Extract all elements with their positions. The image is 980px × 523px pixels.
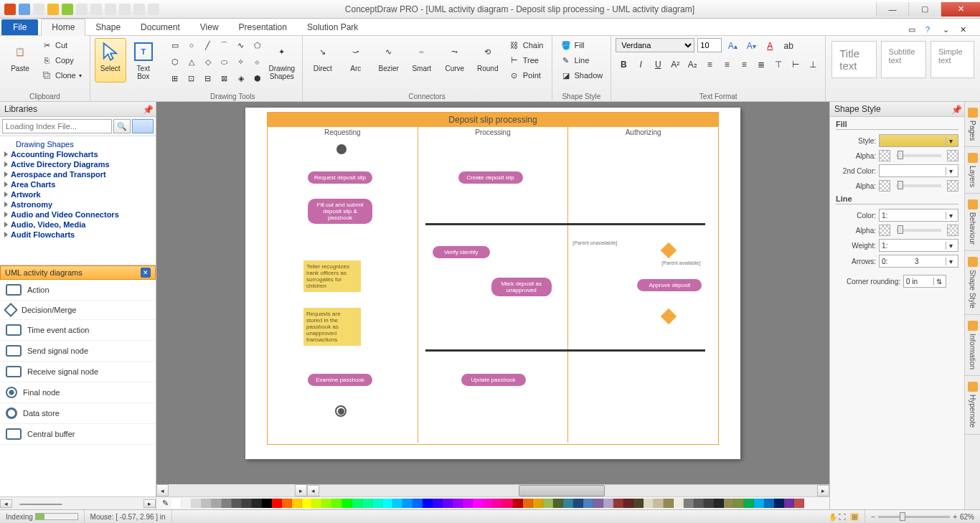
align-justify-button[interactable]: ≣ xyxy=(753,57,769,72)
color-swatch[interactable] xyxy=(392,499,402,508)
tool[interactable]: △ xyxy=(184,55,199,69)
qat-icon[interactable] xyxy=(62,4,73,15)
note-1[interactable]: Teller recognizes bank officers as surro… xyxy=(303,260,361,292)
line-color-select[interactable]: 1:▾ xyxy=(879,209,958,222)
highlight-button[interactable]: ab xyxy=(781,38,796,54)
eyedropper-icon[interactable]: ✎ xyxy=(159,499,171,508)
color-swatch[interactable] xyxy=(322,499,332,508)
tree-item[interactable]: Audio and Video Connectors xyxy=(0,209,156,220)
tab-home[interactable]: Home xyxy=(41,19,85,36)
search-button[interactable]: 🔍 xyxy=(113,119,131,133)
color-swatch[interactable] xyxy=(724,499,734,508)
color-swatch[interactable] xyxy=(382,499,392,508)
direct-connector[interactable]: ↘Direct xyxy=(307,38,339,83)
page-tab-scroll[interactable]: ◂▸ xyxy=(156,484,307,496)
align-left-button[interactable]: ≡ xyxy=(702,57,717,72)
tab-presentation[interactable]: Presentation xyxy=(229,19,297,35)
pin-icon[interactable]: 📌 xyxy=(951,105,960,113)
round-connector[interactable]: ⟲Round xyxy=(472,38,504,83)
zoom-control[interactable]: − + 62% xyxy=(865,513,980,521)
tab-solution-park[interactable]: Solution Park xyxy=(297,19,368,35)
window-icon[interactable]: ▭ xyxy=(908,25,918,35)
shrink-font-button[interactable]: A▾ xyxy=(743,38,759,54)
maximize-button[interactable]: ▢ xyxy=(908,2,941,17)
color-swatch[interactable] xyxy=(483,499,493,508)
tool[interactable]: ◇ xyxy=(201,55,215,69)
underline-button[interactable]: U xyxy=(650,57,666,72)
zoom-in-icon[interactable]: + xyxy=(953,513,957,521)
note-2[interactable]: Requests are stored in the passbook as u… xyxy=(303,308,361,346)
valign-mid-button[interactable]: ⊢ xyxy=(788,57,804,72)
fill-style-select[interactable]: ▾ xyxy=(879,134,958,147)
color-swatch[interactable] xyxy=(232,499,242,508)
act-mark[interactable]: Mark deposit as unapproved xyxy=(491,278,552,296)
cut-button[interactable]: ✂Cut xyxy=(37,38,85,52)
valign-bot-button[interactable]: ⊥ xyxy=(805,57,821,72)
color-swatch[interactable] xyxy=(262,499,272,508)
tool[interactable]: ✧ xyxy=(234,55,248,69)
color-swatch[interactable] xyxy=(644,499,654,508)
color-swatch[interactable] xyxy=(704,499,714,508)
color-swatch[interactable] xyxy=(794,499,804,508)
tree-button[interactable]: ⊢Tree xyxy=(505,53,547,67)
fill-button[interactable]: 🪣Fill xyxy=(557,38,607,52)
line-button[interactable]: ✎Line xyxy=(557,53,607,67)
color-swatch[interactable] xyxy=(694,499,704,508)
curve-connector[interactable]: ⤳Curve xyxy=(439,38,471,83)
shape-item[interactable]: Data store xyxy=(0,403,156,424)
status-icons[interactable]: ✋ ⛶ ⊞ xyxy=(823,510,866,523)
tool-line[interactable]: ╱ xyxy=(201,38,215,52)
tool-rect[interactable]: ▭ xyxy=(168,38,182,52)
act-verify[interactable]: Verify identity xyxy=(433,246,490,258)
tool[interactable]: ⟐ xyxy=(250,55,265,69)
color-swatch[interactable] xyxy=(342,499,352,508)
smart-connector[interactable]: ⎓Smart xyxy=(406,38,438,83)
side-tab[interactable]: Information xyxy=(965,315,980,376)
tree-item[interactable]: Aerospace and Transport xyxy=(0,169,156,179)
color-swatch[interactable] xyxy=(603,499,613,508)
color-swatch[interactable] xyxy=(754,499,764,508)
minimize-button[interactable]: ― xyxy=(876,2,908,17)
style-subtitle[interactable]: Subtitle text xyxy=(881,41,926,78)
save-icon[interactable] xyxy=(19,4,30,15)
color-swatch[interactable] xyxy=(664,499,674,508)
child-close-icon[interactable]: ✕ xyxy=(960,25,970,35)
close-library-icon[interactable]: ✕ xyxy=(141,268,151,278)
color-swatch[interactable] xyxy=(563,499,573,508)
act-request[interactable]: Request deposit slip xyxy=(308,171,372,184)
tool-poly[interactable]: ⬠ xyxy=(250,38,265,52)
decision-node[interactable] xyxy=(661,242,677,259)
arrows-select[interactable]: 0:3▾ xyxy=(879,255,958,268)
current-library-header[interactable]: UML activity diagrams ✕ xyxy=(0,265,156,280)
close-button[interactable]: ✕ xyxy=(941,2,980,17)
tree-item[interactable]: Audio, Video, Media xyxy=(0,220,156,230)
align-right-button[interactable]: ≡ xyxy=(736,57,752,72)
color-swatch[interactable] xyxy=(623,499,633,508)
tool[interactable]: ⬭ xyxy=(217,55,232,69)
color-swatch[interactable] xyxy=(282,499,292,508)
color-swatch[interactable] xyxy=(242,499,252,508)
tool[interactable]: ⬡ xyxy=(168,55,182,69)
color-swatch[interactable] xyxy=(493,499,503,508)
merge-node[interactable] xyxy=(661,308,677,325)
qat-icon[interactable] xyxy=(47,4,59,15)
color-swatch[interactable] xyxy=(433,499,443,508)
fill-alpha-slider[interactable] xyxy=(896,154,941,157)
color-swatch[interactable] xyxy=(362,499,372,508)
left-hscroll[interactable]: ◂▸ xyxy=(0,496,156,509)
qat-icon[interactable] xyxy=(148,4,159,15)
tool[interactable]: ◈ xyxy=(234,71,248,85)
collapse-ribbon-icon[interactable]: ⌄ xyxy=(943,25,953,35)
tree-item[interactable]: Accounting Flowcharts xyxy=(0,149,156,159)
canvas-hscroll[interactable]: ◂▸ xyxy=(307,484,829,496)
color-swatch[interactable] xyxy=(543,499,553,508)
tree-item[interactable]: Audit Flowcharts xyxy=(0,230,156,240)
library-search-input[interactable] xyxy=(2,119,112,133)
page[interactable]: Deposit slip processing Requesting Reque… xyxy=(245,108,740,459)
tool[interactable]: ⊟ xyxy=(201,71,215,85)
shape-item[interactable]: Central buffer xyxy=(0,424,156,445)
tab-view[interactable]: View xyxy=(190,19,229,35)
tool-arc[interactable]: ⌒ xyxy=(217,38,232,52)
color-swatch[interactable] xyxy=(182,499,192,508)
color-swatch[interactable] xyxy=(192,499,202,508)
